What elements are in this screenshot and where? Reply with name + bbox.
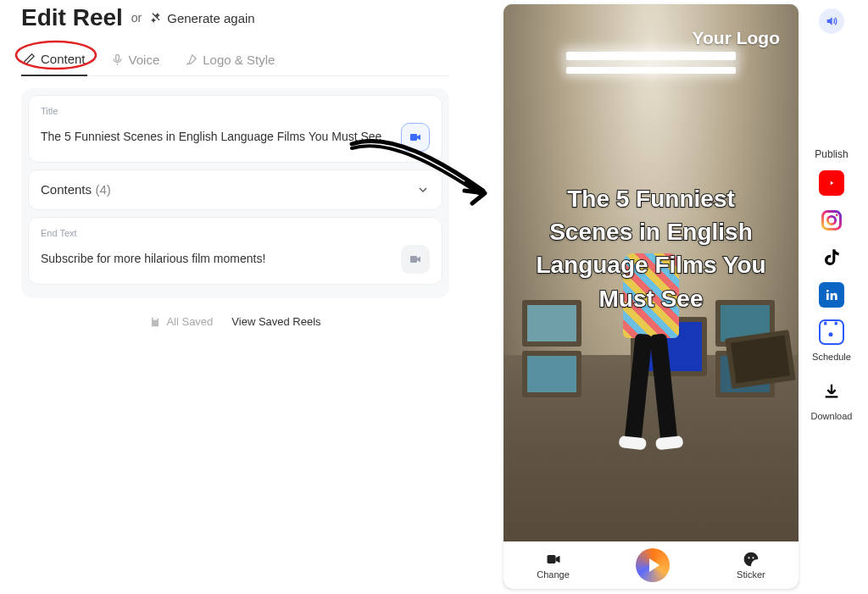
preview-video-area[interactable]: Your Logo The 5 Funniest Scenes in Engli… <box>504 4 798 541</box>
svg-point-13 <box>829 332 833 336</box>
end-text-card[interactable]: End Text Subscribe for more hilarious fi… <box>28 217 442 285</box>
svg-point-6 <box>748 557 749 558</box>
end-text[interactable]: Subscribe for more hilarious film moment… <box>41 251 392 268</box>
publish-linkedin[interactable] <box>819 282 844 308</box>
all-saved-status: All Saved <box>149 315 213 328</box>
title-video-toggle[interactable] <box>401 123 430 152</box>
play-icon <box>649 558 659 572</box>
status-row: All Saved View Saved Reels <box>21 315 449 328</box>
scene-tv <box>522 351 581 397</box>
view-saved-reels-link[interactable]: View Saved Reels <box>231 315 320 328</box>
scene-tv-head <box>725 330 796 389</box>
linkedin-icon <box>825 288 838 302</box>
editor-panel: Edit Reel or Generate again Content Voic… <box>21 4 449 328</box>
play-button[interactable] <box>636 548 670 582</box>
tab-logo-style[interactable]: Logo & Style <box>183 47 276 75</box>
wand-icon <box>150 12 162 24</box>
contents-accordion[interactable]: Contents (4) <box>28 169 442 210</box>
generate-again-button[interactable]: Generate again <box>150 11 254 25</box>
sticker-label: Sticker <box>737 569 765 580</box>
instagram-icon <box>820 208 843 232</box>
end-video-toggle[interactable] <box>401 245 430 274</box>
editor-tabs: Content Voice Logo & Style <box>21 47 449 76</box>
download-button[interactable] <box>819 379 844 404</box>
preview-toolbar: Change Sticker <box>504 541 798 589</box>
contents-label: Contents <box>41 182 92 197</box>
all-saved-label: All Saved <box>166 315 213 328</box>
download-label: Download <box>811 411 853 421</box>
svg-point-9 <box>827 216 835 224</box>
schedule-label: Schedule <box>812 352 851 362</box>
page-title: Edit Reel <box>21 4 123 31</box>
svg-point-12 <box>826 290 829 292</box>
title-text[interactable]: The 5 Funniest Scenes in English Languag… <box>41 129 392 146</box>
svg-rect-5 <box>547 555 555 563</box>
svg-rect-4 <box>153 317 158 319</box>
svg-point-10 <box>836 214 838 217</box>
mic-icon <box>111 53 124 66</box>
scene-light <box>566 52 736 60</box>
right-rail: Publish Schedule <box>804 8 860 438</box>
scene-legs <box>630 334 672 444</box>
publish-label: Publish <box>815 148 848 160</box>
svg-rect-11 <box>826 293 829 300</box>
title-card[interactable]: Title The 5 Funniest Scenes in English L… <box>28 95 442 163</box>
end-text-label: End Text <box>41 228 430 238</box>
brush-icon <box>185 53 198 66</box>
publish-tiktok[interactable] <box>819 245 844 270</box>
header-row: Edit Reel or Generate again <box>21 4 449 31</box>
youtube-icon <box>826 177 837 189</box>
calendar-icon <box>818 319 843 344</box>
tab-voice[interactable]: Voice <box>109 47 162 75</box>
sticker-icon <box>743 551 760 568</box>
sound-toggle[interactable] <box>819 8 844 34</box>
change-label: Change <box>537 569 570 580</box>
svg-rect-2 <box>410 134 417 141</box>
video-icon <box>409 253 422 266</box>
save-icon <box>149 316 161 328</box>
generate-again-label: Generate again <box>167 11 254 25</box>
sticker-button[interactable]: Sticker <box>737 551 765 580</box>
video-icon <box>409 130 422 144</box>
or-text: or <box>131 11 142 25</box>
svg-rect-8 <box>823 212 841 230</box>
download-icon <box>822 382 841 401</box>
publish-instagram[interactable] <box>819 208 844 233</box>
preview-logo: Your Logo <box>693 28 780 48</box>
contents-count: (4) <box>96 182 111 197</box>
publish-youtube[interactable] <box>819 170 844 196</box>
title-card-label: Title <box>41 106 430 116</box>
reel-preview: Your Logo The 5 Funniest Scenes in Engli… <box>504 4 798 589</box>
svg-rect-1 <box>115 54 119 61</box>
edit-icon <box>23 53 36 65</box>
tab-logo-style-label: Logo & Style <box>203 53 275 67</box>
tab-content[interactable]: Content <box>21 47 87 76</box>
speaker-icon <box>825 14 838 28</box>
tiktok-icon <box>821 247 843 269</box>
svg-rect-3 <box>410 256 417 263</box>
tab-content-label: Content <box>41 52 86 66</box>
video-icon <box>545 551 562 568</box>
change-button[interactable]: Change <box>537 551 570 580</box>
svg-point-7 <box>752 557 754 558</box>
preview-title-overlay: The 5 Funniest Scenes in English Languag… <box>504 182 798 315</box>
chevron-down-icon <box>416 183 430 197</box>
schedule-button[interactable] <box>819 319 844 345</box>
tab-voice-label: Voice <box>129 53 160 67</box>
content-panel: Title The 5 Funniest Scenes in English L… <box>21 88 449 298</box>
